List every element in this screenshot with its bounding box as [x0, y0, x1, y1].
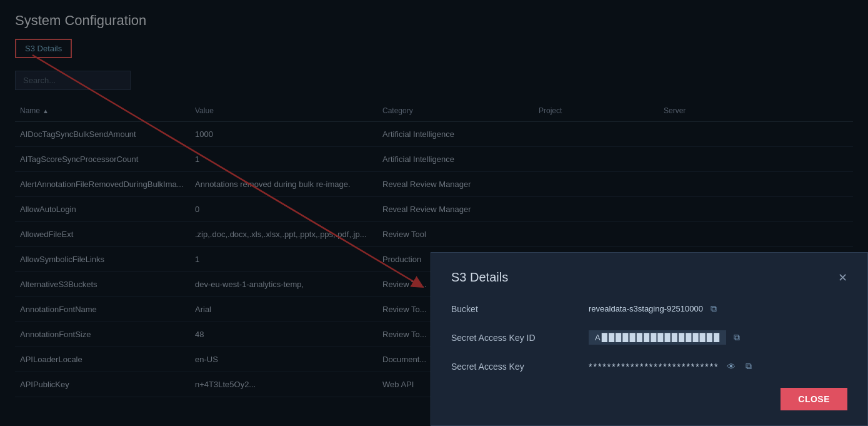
- modal-footer: CLOSE: [451, 388, 847, 410]
- close-modal-button[interactable]: CLOSE: [781, 388, 847, 410]
- modal-title: S3 Details: [451, 270, 508, 285]
- s3-details-modal: S3 Details ✕ Bucket revealdata-s3staging…: [431, 252, 868, 426]
- modal-label-secret-key: Secret Access Key: [451, 362, 589, 372]
- copy-bucket-btn[interactable]: ⧉: [708, 302, 719, 315]
- modal-row-secret-key: Secret Access Key **********************…: [451, 360, 847, 373]
- modal-row-key-id: Secret Access Key ID ⧉: [451, 330, 847, 345]
- modal-value-bucket: revealdata-s3staging-92510000 ⧉: [589, 302, 847, 315]
- toggle-secret-key-btn[interactable]: 👁: [724, 360, 738, 373]
- modal-close-icon[interactable]: ✕: [838, 272, 847, 283]
- modal-label-key-id: Secret Access Key ID: [451, 333, 589, 343]
- copy-secret-key-btn[interactable]: ⧉: [743, 360, 754, 373]
- modal-header: S3 Details ✕: [451, 270, 847, 285]
- copy-key-id-btn[interactable]: ⧉: [731, 331, 742, 344]
- modal-row-bucket: Bucket revealdata-s3staging-92510000 ⧉: [451, 302, 847, 315]
- bucket-value: revealdata-s3staging-92510000: [589, 304, 703, 313]
- main-container: System Configuration S3 Details Name ▲ V…: [0, 0, 868, 426]
- key-id-input[interactable]: [589, 330, 726, 345]
- modal-value-key-id: ⧉: [589, 330, 847, 345]
- modal-value-secret-key: **************************** 👁 ⧉: [589, 360, 847, 373]
- modal-label-bucket: Bucket: [451, 304, 589, 314]
- secret-key-value: ****************************: [589, 362, 719, 372]
